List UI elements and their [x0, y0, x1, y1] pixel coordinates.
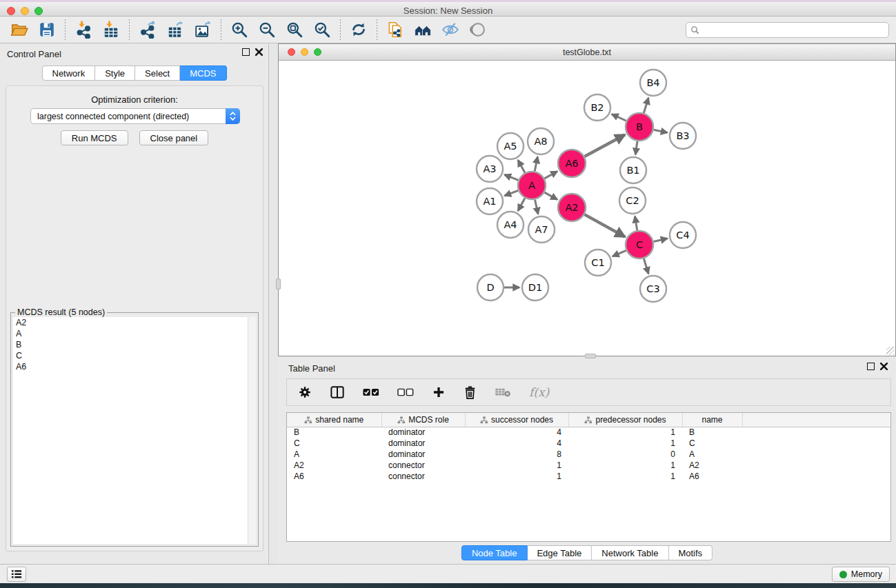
graph-edge[interactable]: [535, 157, 537, 172]
table-row[interactable]: A6 connector 1 1 A6: [287, 471, 890, 482]
tab-style[interactable]: Style: [95, 65, 135, 81]
list-item[interactable]: A: [13, 328, 256, 339]
column-header-successor-nodes[interactable]: successor nodes: [465, 413, 568, 427]
table-row[interactable]: C dominator 4 1 C: [287, 438, 890, 449]
float-panel-icon[interactable]: [867, 363, 875, 370]
export-network-button[interactable]: [134, 19, 161, 41]
cell-successor-nodes[interactable]: 4: [465, 427, 568, 438]
graph-edge[interactable]: [584, 214, 625, 236]
mcds-result-list[interactable]: A2 A B C A6: [13, 317, 256, 544]
float-panel-icon[interactable]: [242, 48, 250, 56]
cell-shared-name[interactable]: A2: [287, 460, 381, 471]
cell-mcds-role[interactable]: connector: [381, 471, 465, 482]
graph-edge[interactable]: [612, 114, 626, 121]
cell-name[interactable]: A6: [682, 471, 742, 482]
close-panel-button[interactable]: Close panel: [139, 130, 209, 145]
table-row[interactable]: A2 connector 1 1 A2: [287, 460, 890, 471]
graph-edge[interactable]: [504, 174, 518, 180]
window-resize-grip[interactable]: [886, 347, 895, 355]
save-session-button[interactable]: [33, 19, 61, 41]
table-row[interactable]: B dominator 4 1 B: [287, 427, 890, 438]
search-input[interactable]: [699, 26, 888, 35]
cell-name[interactable]: B: [682, 427, 742, 438]
panel-grab-handle[interactable]: [276, 278, 281, 290]
import-table-button[interactable]: [97, 19, 125, 41]
tab-edge-table[interactable]: Edge Table: [527, 545, 592, 560]
table-row[interactable]: A dominator 8 0 A: [287, 449, 890, 460]
first-neighbors-button[interactable]: [409, 19, 437, 41]
tab-network[interactable]: Network: [41, 65, 95, 81]
panel-grab-handle[interactable]: [585, 354, 596, 358]
cell-successor-nodes[interactable]: 8: [465, 449, 568, 460]
column-header-mcds-role[interactable]: MCDS role: [381, 413, 465, 427]
graph-edge[interactable]: [635, 141, 637, 154]
delete-rows-button[interactable]: [464, 382, 477, 403]
cell-mcds-role[interactable]: dominator: [381, 427, 465, 438]
graph-edge[interactable]: [644, 258, 648, 274]
list-item[interactable]: A6: [13, 361, 256, 372]
table-options-button[interactable]: [298, 382, 312, 403]
node-table[interactable]: shared name MCDS role successor nodes pr…: [286, 412, 891, 542]
search-field[interactable]: [686, 22, 889, 38]
cell-predecessor-nodes[interactable]: 1: [568, 460, 682, 471]
cell-mcds-role[interactable]: dominator: [381, 449, 465, 460]
list-item[interactable]: B: [13, 339, 256, 350]
cell-predecessor-nodes[interactable]: 1: [568, 427, 682, 438]
run-mcds-button[interactable]: Run MCDS: [61, 130, 128, 145]
column-header-name[interactable]: name: [682, 413, 742, 427]
cell-successor-nodes[interactable]: 1: [465, 471, 568, 482]
memory-button[interactable]: Memory: [832, 567, 890, 582]
show-graphics-details-button[interactable]: [464, 19, 492, 41]
clone-network-button[interactable]: [381, 19, 409, 41]
close-panel-icon[interactable]: [255, 48, 263, 56]
export-table-button[interactable]: [161, 19, 189, 41]
tab-network-table[interactable]: Network Table: [592, 545, 668, 560]
scrollbar-track[interactable]: [248, 317, 256, 544]
graph-edge[interactable]: [505, 190, 519, 195]
graph-edge[interactable]: [518, 198, 525, 210]
zoom-selected-button[interactable]: [308, 19, 336, 41]
cell-predecessor-nodes[interactable]: 1: [568, 471, 682, 482]
graph-edge[interactable]: [584, 134, 624, 156]
cell-shared-name[interactable]: A6: [287, 471, 381, 482]
tab-mcds[interactable]: MCDS: [180, 65, 226, 81]
list-item[interactable]: A2: [13, 317, 256, 328]
tab-node-table[interactable]: Node Table: [461, 545, 528, 560]
cell-successor-nodes[interactable]: 4: [465, 438, 568, 449]
cell-shared-name[interactable]: B: [287, 427, 381, 438]
cell-name[interactable]: A: [682, 449, 742, 460]
cell-name[interactable]: A2: [682, 460, 742, 471]
network-canvas[interactable]: B4B2BB3A5A8A6A3B1AA1C2A2A4A7C4CC1C3DD1: [279, 61, 895, 356]
graph-edge[interactable]: [518, 160, 525, 172]
zoom-out-button[interactable]: [253, 19, 281, 41]
deselect-all-button[interactable]: [397, 382, 414, 403]
show-columns-button[interactable]: [330, 382, 345, 403]
graph-edge[interactable]: [535, 200, 538, 214]
hide-graphics-details-button[interactable]: [437, 19, 464, 41]
open-session-button[interactable]: [6, 19, 33, 41]
cell-shared-name[interactable]: C: [287, 438, 381, 449]
list-item[interactable]: C: [13, 350, 256, 361]
export-image-button[interactable]: [189, 19, 217, 41]
task-history-button[interactable]: [7, 567, 26, 582]
tab-motifs[interactable]: Motifs: [668, 545, 713, 560]
cell-name[interactable]: C: [682, 438, 742, 449]
cell-mcds-role[interactable]: dominator: [381, 438, 465, 449]
add-row-button[interactable]: [432, 382, 446, 403]
column-header-shared-name[interactable]: shared name: [287, 413, 381, 427]
graph-edge[interactable]: [635, 216, 637, 231]
column-header-predecessor-nodes[interactable]: predecessor nodes: [568, 413, 682, 427]
cell-successor-nodes[interactable]: 1: [465, 460, 568, 471]
graph-edge[interactable]: [613, 250, 626, 256]
zoom-in-button[interactable]: [226, 19, 253, 41]
cell-mcds-role[interactable]: connector: [381, 460, 465, 471]
close-panel-icon[interactable]: [880, 363, 888, 370]
import-network-button[interactable]: [70, 19, 97, 41]
select-all-button[interactable]: [363, 382, 379, 403]
cell-predecessor-nodes[interactable]: 0: [568, 449, 682, 460]
optimization-criterion-dropdown[interactable]: largest connected component (directed): [30, 108, 240, 124]
tab-select[interactable]: Select: [135, 65, 180, 81]
graph-edge[interactable]: [544, 172, 557, 179]
refresh-network-button[interactable]: [345, 19, 372, 41]
cell-predecessor-nodes[interactable]: 1: [568, 438, 682, 449]
